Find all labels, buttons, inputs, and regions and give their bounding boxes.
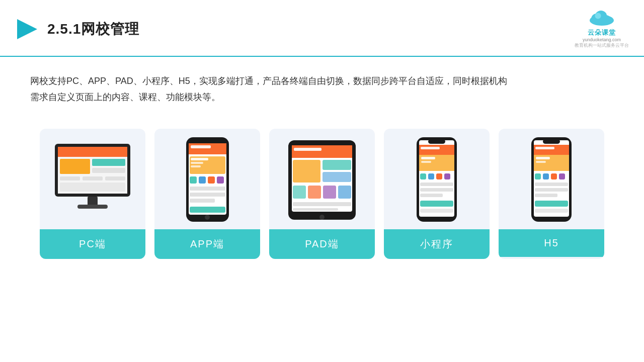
card-h5-label: H5	[499, 229, 604, 257]
svg-rect-12	[92, 168, 125, 173]
svg-rect-47	[323, 186, 336, 199]
svg-rect-31	[217, 176, 224, 184]
miniapp-mockup-icon	[414, 136, 459, 224]
svg-rect-26	[191, 162, 203, 164]
svg-rect-72	[535, 147, 554, 149]
logo-tagline: 教育机构一站式服务云平台	[575, 42, 629, 49]
svg-rect-18	[77, 205, 108, 209]
svg-rect-33	[190, 193, 225, 197]
svg-rect-77	[543, 173, 549, 179]
svg-rect-14	[83, 176, 103, 180]
svg-rect-30	[208, 176, 215, 184]
header-left: 2.5.1网校管理	[15, 17, 139, 41]
svg-rect-10	[60, 159, 90, 174]
card-miniapp-label: 小程序	[384, 229, 490, 259]
svg-rect-64	[420, 188, 453, 192]
svg-rect-75	[536, 161, 546, 163]
svg-rect-22	[189, 143, 226, 154]
svg-rect-74	[536, 157, 550, 159]
svg-point-36	[205, 215, 210, 220]
svg-rect-15	[105, 176, 125, 180]
description-line1: 网校支持PC、APP、PAD、小程序、H5，实现多端打通，产品各终端自由切换，数…	[30, 73, 614, 89]
svg-rect-60	[428, 173, 434, 179]
page-title: 2.5.1网校管理	[47, 20, 139, 39]
card-miniapp-image	[384, 129, 490, 229]
header: 2.5.1网校管理 云朵课堂 yunduoketang.com 教育机构一站式服…	[0, 0, 644, 57]
svg-rect-32	[190, 187, 225, 191]
card-h5-image	[499, 129, 604, 229]
svg-rect-34	[190, 199, 215, 203]
svg-point-5	[595, 13, 601, 19]
svg-rect-67	[420, 209, 453, 213]
logo-name: 云朵课堂	[588, 28, 616, 37]
description: 网校支持PC、APP、PAD、小程序、H5，实现多端打通，产品各终端自由切换，数…	[0, 57, 644, 111]
card-h5: H5	[499, 129, 604, 259]
svg-rect-63	[420, 183, 453, 186]
svg-rect-65	[420, 194, 443, 197]
card-pad: PAD端	[269, 129, 375, 259]
svg-rect-50	[293, 208, 338, 211]
svg-point-39	[319, 215, 325, 220]
svg-rect-41	[294, 148, 321, 151]
card-pad-label: PAD端	[269, 229, 375, 259]
logo-url: yunduoketang.com	[583, 37, 621, 42]
svg-rect-57	[421, 157, 435, 159]
description-line2: 需求自定义页面上的内容、课程、功能模块等。	[30, 89, 614, 105]
play-icon	[15, 17, 39, 41]
svg-rect-46	[308, 186, 321, 199]
svg-rect-80	[535, 183, 568, 186]
card-app-label: APP端	[154, 229, 260, 259]
logo-area: 云朵课堂 yunduoketang.com 教育机构一站式服务云平台	[575, 9, 629, 49]
svg-rect-16	[60, 183, 125, 192]
card-pad-image	[269, 129, 375, 229]
cloud-logo-icon	[587, 9, 617, 27]
app-mockup-icon	[184, 136, 231, 224]
svg-rect-71	[534, 145, 569, 155]
svg-rect-76	[535, 173, 541, 179]
card-app: APP端	[154, 129, 260, 259]
svg-rect-59	[420, 173, 426, 179]
svg-rect-29	[199, 176, 206, 184]
svg-rect-45	[293, 186, 306, 199]
svg-rect-61	[436, 173, 442, 179]
svg-rect-54	[419, 145, 454, 155]
pc-mockup-icon	[50, 141, 135, 219]
svg-rect-84	[535, 209, 568, 213]
card-miniapp: 小程序	[384, 129, 490, 259]
svg-rect-78	[551, 173, 557, 179]
svg-rect-55	[421, 147, 440, 149]
svg-rect-62	[444, 173, 450, 179]
card-pc: PC端	[40, 129, 145, 259]
svg-rect-82	[535, 194, 557, 197]
svg-rect-28	[190, 176, 197, 184]
svg-rect-11	[92, 159, 125, 166]
svg-rect-13	[60, 176, 80, 180]
svg-rect-79	[559, 173, 565, 179]
pad-mockup-icon	[284, 138, 360, 223]
card-pc-image	[40, 129, 145, 229]
svg-rect-8	[58, 147, 127, 157]
svg-rect-48	[338, 186, 351, 199]
svg-rect-43	[323, 160, 351, 170]
card-app-image	[154, 129, 260, 229]
svg-rect-70	[543, 139, 560, 144]
svg-marker-0	[17, 19, 37, 39]
h5-mockup-icon	[529, 136, 574, 224]
svg-rect-25	[191, 158, 208, 160]
svg-rect-83	[535, 201, 568, 207]
svg-rect-35	[190, 207, 225, 213]
cards-section: PC端	[0, 115, 644, 269]
card-pc-label: PC端	[40, 229, 145, 259]
svg-rect-53	[428, 139, 445, 144]
svg-rect-27	[191, 165, 201, 167]
svg-rect-23	[191, 145, 211, 148]
svg-rect-58	[421, 161, 431, 163]
svg-rect-49	[293, 202, 351, 206]
svg-rect-17	[88, 197, 98, 206]
svg-rect-40	[292, 145, 352, 158]
svg-rect-44	[323, 172, 351, 182]
svg-rect-42	[293, 160, 320, 183]
svg-rect-81	[535, 188, 568, 192]
svg-rect-66	[420, 201, 453, 207]
